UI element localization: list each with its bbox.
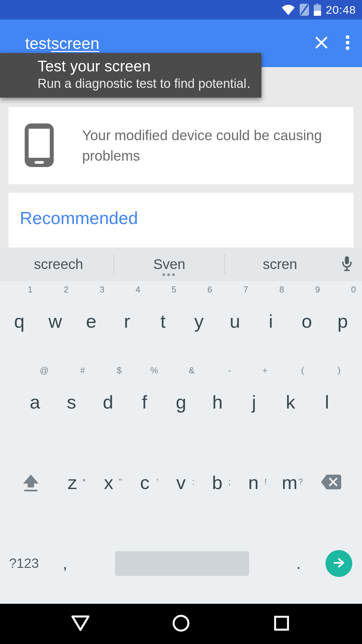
key-g[interactable]: &g — [163, 362, 199, 443]
key-n[interactable]: !n — [235, 473, 272, 492]
key-y[interactable]: 6y — [181, 281, 217, 362]
svg-rect-8 — [28, 128, 50, 158]
key-q[interactable]: 1q — [1, 281, 37, 362]
nav-home-button[interactable] — [166, 609, 196, 639]
circle-icon — [172, 614, 190, 634]
svg-point-13 — [174, 616, 188, 631]
keyboard-row-3: *z"x'c:v;b!n?m — [0, 442, 362, 523]
device-warning-card[interactable]: Your modified device could be causing pr… — [8, 107, 354, 185]
key-o[interactable]: 9o — [289, 281, 325, 362]
triangle-down-icon — [71, 615, 90, 633]
key-u[interactable]: 7u — [217, 281, 253, 362]
svg-point-6 — [346, 46, 350, 50]
key-w[interactable]: 2w — [37, 281, 73, 362]
content-area: Your modified device could be causing pr… — [0, 107, 362, 249]
svg-point-5 — [346, 41, 350, 45]
square-icon — [273, 615, 290, 633]
key-f[interactable]: %f — [126, 362, 163, 443]
key-b[interactable]: ;b — [199, 473, 235, 492]
keyboard-suggestion-2[interactable]: scren — [225, 256, 335, 272]
shift-icon — [23, 474, 39, 491]
keyboard-row-4: ?123 , . — [0, 523, 362, 604]
sim-disabled-icon — [300, 4, 309, 16]
status-bar: 20:48 — [0, 0, 362, 19]
nav-recents-button[interactable] — [266, 609, 297, 639]
key-m[interactable]: ?m — [272, 473, 308, 492]
key-e[interactable]: 3e — [73, 281, 109, 362]
arrow-right-icon — [332, 556, 346, 571]
key-i[interactable]: 8i — [253, 281, 289, 362]
search-input[interactable]: test screen — [25, 34, 304, 53]
key-l[interactable]: )l — [309, 362, 345, 443]
keyboard-suggestion-row: screech Sven ••• scren — [0, 248, 362, 281]
backspace-key[interactable] — [308, 475, 355, 491]
microphone-icon — [342, 256, 352, 272]
close-icon — [314, 35, 329, 51]
key-s[interactable]: #s — [53, 362, 90, 443]
status-clock: 20:48 — [326, 3, 356, 16]
symbols-key[interactable]: ?123 — [1, 556, 47, 571]
device-warning-text: Your modified device could be causing pr… — [82, 125, 338, 166]
key-a[interactable]: @a — [17, 362, 53, 443]
key-h[interactable]: -h — [199, 362, 236, 443]
svg-rect-14 — [275, 617, 288, 630]
comma-key[interactable]: , — [47, 554, 83, 573]
navigation-bar — [0, 604, 362, 644]
svg-rect-10 — [345, 256, 349, 264]
svg-rect-9 — [35, 161, 44, 164]
search-text-part1: test — [25, 34, 51, 53]
suggestion-title: Test your screen — [38, 57, 251, 75]
search-suggestion-dropdown[interactable]: Test your screen Run a diagnostic test t… — [0, 53, 261, 98]
suggestion-subtitle: Run a diagnostic test to find potential… — [38, 76, 251, 91]
svg-rect-1 — [316, 4, 318, 5]
suggestion-expand-dots: ••• — [162, 269, 177, 280]
battery-icon — [314, 4, 321, 16]
keyboard-suggestion-1[interactable]: Sven ••• — [114, 256, 224, 272]
keyboard-suggestion-0[interactable]: screech — [3, 256, 114, 272]
svg-rect-3 — [314, 11, 321, 16]
key-j[interactable]: +j — [236, 362, 272, 443]
search-text-part2: screen — [51, 34, 99, 53]
keyboard-row-2: @a#s$d%f&g-h+j(k)l — [0, 362, 362, 443]
more-vert-icon — [346, 35, 350, 51]
recommended-card[interactable]: Recommended — [8, 192, 354, 249]
key-z[interactable]: *z — [54, 473, 90, 492]
key-x[interactable]: "x — [90, 473, 127, 492]
voice-input-button[interactable] — [335, 256, 359, 272]
period-key[interactable]: . — [280, 554, 317, 573]
key-d[interactable]: $d — [90, 362, 126, 443]
enter-key[interactable] — [317, 550, 361, 577]
key-r[interactable]: 4r — [109, 281, 145, 362]
shift-key[interactable] — [7, 474, 54, 491]
more-options-button[interactable] — [339, 32, 356, 55]
wifi-icon — [282, 4, 295, 15]
phone-icon — [24, 123, 54, 168]
recommended-title: Recommended — [20, 208, 342, 228]
keyboard-row-1: 1q2w3e4r5t6y7u8i9o0p — [0, 281, 362, 362]
nav-back-button[interactable] — [65, 609, 96, 639]
soft-keyboard: screech Sven ••• scren 1q2w3e4r5t6y7u8i9… — [0, 248, 362, 604]
clear-search-button[interactable] — [310, 32, 333, 55]
key-v[interactable]: :v — [163, 473, 199, 492]
backspace-icon — [321, 475, 341, 491]
key-k[interactable]: (k — [272, 362, 309, 443]
key-c[interactable]: 'c — [127, 473, 163, 492]
key-p[interactable]: 0p — [325, 281, 361, 362]
space-key[interactable] — [83, 551, 280, 576]
svg-point-4 — [346, 35, 350, 39]
key-t[interactable]: 5t — [145, 281, 181, 362]
